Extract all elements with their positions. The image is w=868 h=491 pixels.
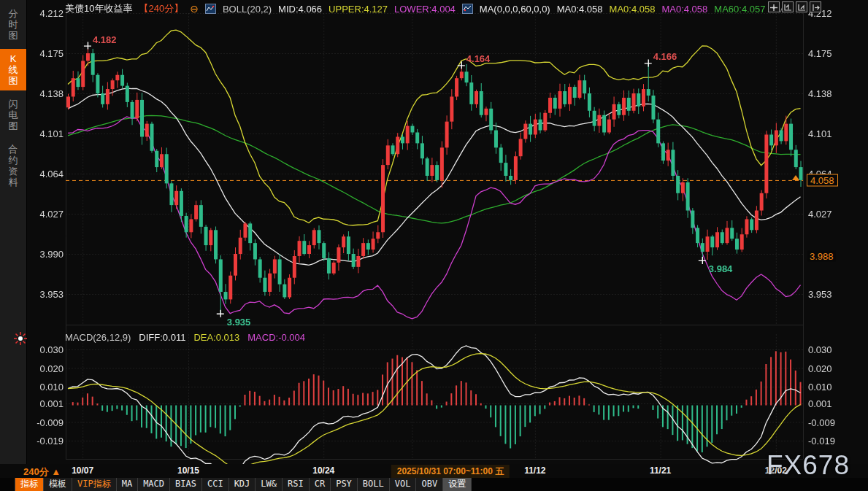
sidebar-tab-1[interactable]: K线图 bbox=[0, 49, 26, 90]
price-tick-left: 3.990 bbox=[30, 249, 64, 260]
axis-scale-right-icon[interactable] bbox=[796, 1, 807, 12]
toolbar-button-设置[interactable]: 设置 bbox=[443, 478, 472, 491]
macd-tick-right: 0.010 bbox=[808, 382, 859, 393]
period-label[interactable]: 【240分】 bbox=[139, 2, 183, 15]
price-tick-left: 4.101 bbox=[30, 128, 64, 139]
macd-tick-right: -0.019 bbox=[808, 436, 859, 446]
boll-lower-value: LOWER:4.004 bbox=[394, 4, 456, 15]
macd-tick-left: -0.009 bbox=[30, 417, 64, 428]
kline-chart-canvas[interactable] bbox=[0, 0, 868, 464]
price-tick-left: 4.138 bbox=[30, 88, 64, 99]
macd-tick-right: 0.030 bbox=[808, 344, 859, 355]
ma60-value: MA60:4.057 bbox=[714, 4, 765, 15]
macd-label: MACD(26,12,9) bbox=[65, 332, 131, 343]
price-tick-left: 4.175 bbox=[30, 48, 64, 59]
ma0-white-value: MA0:4.058 bbox=[557, 4, 603, 15]
price-tick-left: 3.953 bbox=[30, 289, 64, 300]
macd-tick-left: 0.010 bbox=[30, 382, 64, 393]
axis-scale-left-icon[interactable] bbox=[782, 1, 794, 12]
watermark: FX678 bbox=[767, 450, 850, 481]
chart-tool-icons bbox=[768, 1, 821, 12]
toolbar-button-MACD[interactable]: MACD bbox=[138, 478, 170, 491]
pan-move-icon[interactable] bbox=[768, 1, 780, 12]
price-tick-right: 3.953 bbox=[808, 289, 859, 300]
boll-label: BOLL(20,2) bbox=[223, 4, 272, 15]
sidebar-tab-2[interactable]: 闪电图 bbox=[0, 94, 26, 136]
boll-upper-value: UPPER:4.127 bbox=[329, 4, 388, 15]
toolbar-button-BIAS[interactable]: BIAS bbox=[170, 478, 202, 491]
macd-tick-left: 0.001 bbox=[30, 398, 64, 409]
price-marker-icon bbox=[792, 175, 799, 180]
price-tick-left: 4.064 bbox=[30, 169, 64, 179]
toolbar-button-指标[interactable]: 指标 bbox=[15, 478, 44, 491]
toolbar-button-VOL[interactable]: VOL bbox=[390, 478, 417, 491]
price-tick-right: 4.027 bbox=[808, 209, 859, 220]
time-tick-label: 10/24 bbox=[312, 465, 334, 476]
price-tick-right: 4.101 bbox=[808, 128, 859, 139]
period-axis-label[interactable]: 240分 ▲ bbox=[23, 465, 61, 479]
ma-label: MA(0,0,0,60,0,0) bbox=[480, 4, 550, 15]
macd-tick-right: 0.001 bbox=[808, 398, 859, 409]
price-tick-left: 4.027 bbox=[30, 209, 64, 220]
toolbar-button-OBV[interactable]: OBV bbox=[416, 478, 443, 491]
cursor-date-badge: 2025/10/31 07:00~11:00 五 bbox=[391, 465, 510, 479]
macd-value: MACD:-0.004 bbox=[247, 332, 305, 343]
current-price-badge: 4.058 bbox=[807, 174, 838, 187]
macd-dea-value: DEA:0.013 bbox=[193, 332, 239, 343]
toolbar-button-RSI[interactable]: RSI bbox=[283, 478, 310, 491]
toolbar-button-CR[interactable]: CR bbox=[310, 478, 331, 491]
toolbar-button-PSY[interactable]: PSY bbox=[331, 478, 358, 491]
toolbar-button-LW&[interactable]: LW& bbox=[256, 478, 283, 491]
toolbar-button-MA[interactable]: MA bbox=[117, 478, 138, 491]
price-tick-right: 4.138 bbox=[808, 88, 859, 99]
time-tick-label: 11/12 bbox=[524, 465, 545, 476]
left-sidebar: 分时图K线图闪电图合约资料 bbox=[0, 0, 27, 464]
macd-tick-left: -0.019 bbox=[30, 436, 64, 446]
time-tick-label: 10/15 bbox=[177, 465, 199, 476]
time-axis-row: 240分 ▲ 10/0710/1510/2411/1211/2112/02 20… bbox=[0, 464, 868, 478]
shift-right-icon[interactable] bbox=[810, 1, 821, 12]
boll-mid-value: MID:4.066 bbox=[278, 4, 322, 15]
macd-tick-left: 0.020 bbox=[30, 363, 64, 374]
prev-close-badge: 3.988 bbox=[807, 251, 836, 262]
toolbar-button-BOLL[interactable]: BOLL bbox=[358, 478, 390, 491]
sidebar-tab-0[interactable]: 分时图 bbox=[0, 4, 26, 45]
triangle-up-icon: ▲ bbox=[51, 466, 61, 477]
sidebar-tab-3[interactable]: 合约资料 bbox=[0, 139, 26, 192]
boll-indicator-icon[interactable] bbox=[205, 4, 216, 14]
ma0-yellow-value: MA0:4.058 bbox=[610, 4, 656, 15]
ma0-magenta-value: MA0:4.058 bbox=[661, 4, 707, 15]
macd-diff-value: DIFF:0.011 bbox=[139, 332, 185, 343]
toolbar-button-CCI[interactable]: CCI bbox=[202, 478, 229, 491]
macd-tick-left: 0.030 bbox=[30, 344, 64, 355]
chart-application-window: 分时图K线图闪电图合约资料 美债10年收益率 【240分】 ⊖ BOLL(20,… bbox=[0, 0, 868, 491]
indicator-toolbar: 指标模板VIP指标MAMACDBIASCCIKDJLW&RSICRPSYBOLL… bbox=[0, 478, 868, 491]
time-tick-label: 11/21 bbox=[650, 465, 671, 476]
symbol-title: 美债10年收益率 bbox=[65, 2, 132, 15]
toolbar-button-模板[interactable]: 模板 bbox=[44, 478, 72, 491]
toolbar-button-KDJ[interactable]: KDJ bbox=[229, 478, 256, 491]
minus-circle-icon[interactable]: ⊖ bbox=[190, 3, 199, 15]
price-tick-left: 4.212 bbox=[30, 8, 64, 19]
indicator-header: 美债10年收益率 【240分】 ⊖ BOLL(20,2) MID:4.066 U… bbox=[65, 2, 794, 15]
sun-icon[interactable] bbox=[14, 332, 27, 345]
toolbar-button-VIP指标[interactable]: VIP指标 bbox=[72, 478, 117, 491]
time-tick-label: 10/07 bbox=[72, 465, 93, 476]
ma-indicator-icon[interactable] bbox=[462, 4, 473, 14]
price-tick-right: 4.175 bbox=[808, 48, 859, 59]
macd-tick-right: -0.009 bbox=[808, 417, 859, 428]
macd-header: MACD(26,12,9) DIFF:0.011 DEA:0.013 MACD:… bbox=[65, 332, 305, 343]
macd-tick-right: 0.020 bbox=[808, 363, 859, 374]
